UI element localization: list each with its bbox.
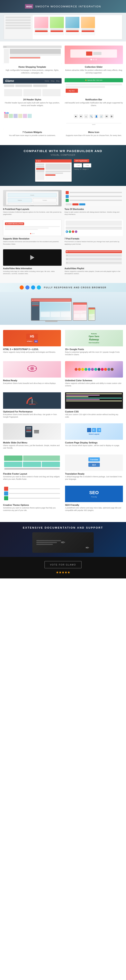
playlist-dot-3 [66, 259, 68, 259]
format-quote: " [75, 231, 77, 233]
feature-img-playlist [65, 249, 123, 266]
creative-options [3, 486, 61, 502]
notebook-content [36, 540, 61, 545]
layout-sidebar-right [97, 428, 101, 432]
screen-sidebar-item [32, 302, 39, 303]
menu-icons-preview: ★ ♥ ⌂ 🔍 👤 🛒 ✉ ⚙ SHOP [65, 111, 123, 129]
hamburger-line-2 [34, 431, 39, 432]
tablet-prod-1 [74, 314, 80, 318]
tech-row-6: Creative Theme Options Sometimes you wan… [3, 486, 123, 512]
tablet-line-2 [74, 312, 82, 313]
glamo-nav: Home Shop Blog [44, 80, 59, 82]
screen-product-row [41, 312, 70, 317]
svg-text:Translate: Translate [90, 458, 98, 461]
tech-row-5: Flexible Footer Layout Sometimes you wan… [3, 455, 123, 480]
tech-desc-page-display: You can choose which layout option...wil… [65, 444, 123, 447]
flex-widget-2 [23, 455, 60, 461]
docs-banner: EXTENSIVE DOCUMENTATION AND SUPPORT ✒ [0, 522, 126, 557]
tech-img-performance: SPEED [3, 392, 61, 409]
hamburger-icon [34, 430, 39, 433]
compat-checks: ✓ Grid ✓ Row [74, 163, 91, 167]
feature-collection-slider: Collection Slider Buttons attractive sli… [65, 46, 123, 74]
flex-widget-1 [4, 455, 22, 461]
format-video: ▶ [66, 231, 68, 233]
tech-img-mobile-menu [3, 423, 61, 440]
playlist-item-active [66, 250, 122, 253]
creative-opt-1 [4, 487, 60, 491]
feature-title-shortcodes: Tons Of Shortcodes [65, 208, 123, 210]
html5-badge: H5 [26, 334, 38, 339]
hamburger-line-1 [34, 430, 39, 431]
retina-preview [3, 361, 61, 377]
tech-img-unlimited [65, 361, 123, 377]
feature-desc-layouts: Glamo includes 6 diferrent layouts optio… [3, 211, 61, 215]
compatible-subtitle: VISUAL COMPOSER [4, 154, 122, 156]
device-section [0, 292, 126, 325]
compat-values: Padding: 10 Margin: 5 [74, 169, 88, 170]
css-line-1 [66, 393, 122, 394]
shortcode-row-3 [66, 199, 122, 202]
tech-desc-google-fonts: Easy to customize typography with the mo… [65, 351, 123, 356]
tech-title-creative: Creative Theme Options [3, 504, 61, 506]
tech-features-section: H5 HTML5 B3 HTML 5 + BOOTSTRAP 3 + LESS.… [0, 325, 126, 522]
translation-preview: Translate 翻译 [65, 455, 123, 471]
tech-img-retina [3, 361, 61, 377]
page-display-options: Select Layout [87, 428, 101, 435]
swatch-orange [78, 368, 81, 371]
tech-desc-flexible: Sometimes you want to show content in fo… [3, 476, 61, 480]
playlist-item-2 [66, 254, 122, 257]
feature-img-slider: SLIDER REVOLUTION [3, 220, 61, 236]
feature-title-playlist: Audio/Video Playlist [65, 267, 123, 270]
tech-title-google-fonts: 15+ Google Fonts [65, 348, 123, 350]
layout-label: Select Layout [88, 433, 99, 435]
theme-opt-line-2 [9, 493, 60, 494]
tech-performance: SPEED Optimized For Performance Everywhe… [3, 392, 61, 418]
woo-banner-text: SMOOTH WOOCOMMERCE INTEGRATION [35, 5, 101, 8]
feature-video-meta: Audio/Video Meta Information Including m… [3, 249, 61, 275]
sidebar-item-1 [6, 17, 31, 18]
feature-title-widgets: 7 Custom Widgets [3, 131, 61, 134]
woo-logo: woo [25, 4, 33, 9]
font-name-2: Open Sans [88, 335, 99, 337]
docs-preview: ✒ [4, 532, 122, 553]
playlist-line-active [68, 251, 121, 252]
tech-img-seo: SEO Friendly [65, 486, 123, 502]
notebook-line-3 [36, 544, 53, 545]
tech-page-display: Select Layout Custom Page Display Settin… [65, 423, 123, 449]
vote-button[interactable]: VOTE FOR GLAMO [44, 561, 82, 568]
speed-meter: SPEED [25, 395, 39, 406]
feature-desc-shopping: High configurable homepage to show produ… [3, 69, 61, 74]
star-rating: ★★★★★ [4, 570, 122, 574]
dd-item-4: Footer [8, 204, 57, 207]
feature-row-1: Home Shopping Template High configurable… [3, 46, 123, 74]
tech-img-flexible [3, 455, 61, 471]
flickr-logo: flickr [4, 112, 9, 114]
tech-img-google-fonts: Roboto Open Sans Raleway Merriweather [65, 330, 123, 346]
slider-rev-preview: SLIDER REVOLUTION [3, 220, 61, 236]
google-fonts-preview: Roboto Open Sans Raleway Merriweather [65, 330, 123, 346]
more-features-section: Header Sidebar Content Footer 6 Predefin… [0, 186, 126, 283]
feature-page-layouts: Header Sidebar Content Footer 6 Predefin… [3, 190, 61, 215]
tech-row-1: H5 HTML5 B3 HTML 5 + BOOTSTRAP 3 + LESS.… [3, 330, 123, 356]
tech-img-creative [3, 486, 61, 502]
feature-desc-menu: Supports more than 470 icons for you to … [65, 134, 123, 137]
font-name-3: Raleway [89, 338, 99, 341]
mockup-main [46, 164, 71, 180]
mobile-menu-preview [3, 423, 61, 440]
dd-row-3: Footer [8, 204, 57, 207]
playlist-item-4 [66, 261, 122, 264]
color-swatches [74, 361, 115, 377]
svg-point-2 [32, 368, 33, 369]
feature-title-menu: Menu Icon [65, 131, 123, 134]
slider-line-1 [5, 226, 60, 227]
responsive-banner: FULLY RESPONSIVE AND CROSS BROWSER [0, 283, 126, 292]
tech-title-performance: Optimized For Performance [3, 410, 61, 413]
flickr-preview: flickr [3, 111, 61, 129]
html5-inner: H5 HTML5 B3 [26, 334, 38, 343]
woo-sidebar [4, 15, 33, 39]
tech-desc-unlimited: Glamo supports unlimited colors palette … [65, 382, 123, 387]
feature-desc-widgets: You will have more ways to provide conte… [3, 134, 61, 137]
custom-css-preview [65, 392, 123, 409]
swatch-brown [111, 368, 113, 371]
tech-translation: Translate 翻译 Translation Ready A default… [65, 455, 123, 480]
